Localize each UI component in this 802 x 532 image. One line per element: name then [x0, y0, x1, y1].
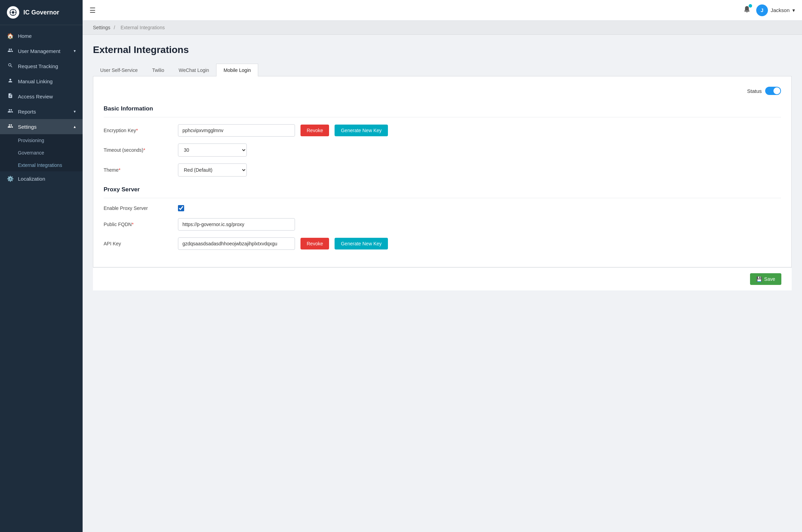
save-icon: 💾	[756, 276, 762, 282]
proxy-server-section: Proxy Server Enable Proxy Server Public …	[104, 186, 781, 250]
sidebar-item-governance[interactable]: Governance	[0, 147, 83, 159]
topbar-icons: J Jackson ▾	[743, 4, 795, 16]
avatar: J	[756, 4, 768, 16]
user-dropdown-arrow: ▾	[792, 7, 795, 13]
generate-encryption-key-button[interactable]: Generate New Key	[335, 125, 388, 136]
sidebar-item-user-management[interactable]: User Management ▾	[0, 43, 83, 58]
chevron-up-icon: ▴	[74, 124, 76, 129]
save-button[interactable]: 💾 Save	[750, 273, 781, 285]
user-name: Jackson	[771, 7, 790, 13]
api-key-row: API Key Revoke Generate New Key	[104, 237, 781, 250]
card: Status Basic Information Encryption Key*…	[93, 76, 792, 267]
required-marker-timeout: *	[143, 147, 145, 153]
required-marker-theme: *	[119, 167, 120, 173]
sidebar-item-home[interactable]: 🏠 Home	[0, 29, 83, 43]
sidebar-item-user-management-label: User Management	[18, 48, 60, 54]
save-label: Save	[764, 276, 775, 282]
localization-icon: ⚙️	[7, 175, 14, 182]
app-name: IC Governor	[23, 9, 59, 16]
page-title: External Integrations	[93, 44, 792, 55]
tab-user-self-service[interactable]: User Self-Service	[93, 64, 145, 76]
timeout-label: Timeout (seconds)*	[104, 147, 172, 153]
api-key-input[interactable]	[178, 237, 295, 250]
tab-wechat-login[interactable]: WeChat Login	[171, 64, 216, 76]
timeout-row: Timeout (seconds)* 30 60 120 300	[104, 143, 781, 157]
status-label: Status	[747, 88, 762, 94]
chevron-down-icon: ▾	[74, 49, 76, 53]
content-area: Settings / External Integrations Externa…	[83, 21, 802, 532]
enable-proxy-label: Enable Proxy Server	[104, 205, 172, 211]
enable-proxy-checkbox[interactable]	[178, 205, 184, 211]
request-tracking-icon	[7, 63, 14, 70]
timeout-select[interactable]: 30 60 120 300	[178, 143, 247, 157]
chevron-down-icon-reports: ▾	[74, 109, 76, 114]
status-toggle[interactable]	[765, 87, 781, 95]
encryption-key-row: Encryption Key* Revoke Generate New Key	[104, 124, 781, 137]
sidebar-item-provisioning[interactable]: Provisioning	[0, 134, 83, 147]
sidebar-item-external-integrations-label: External Integrations	[18, 162, 62, 168]
manual-linking-icon	[7, 78, 14, 85]
content-inner: External Integrations User Self-Service …	[83, 35, 802, 300]
card-header: Status	[104, 87, 781, 98]
generate-api-key-button[interactable]: Generate New Key	[335, 238, 388, 249]
user-menu[interactable]: J Jackson ▾	[756, 4, 795, 16]
tab-twilio[interactable]: Twilio	[145, 64, 171, 76]
sidebar-item-governance-label: Governance	[18, 150, 44, 156]
sidebar-item-localization[interactable]: ⚙️ Localization	[0, 171, 83, 186]
theme-select[interactable]: Red (Default) Blue Green Dark	[178, 163, 247, 177]
sidebar-item-home-label: Home	[18, 33, 32, 39]
breadcrumb-current: External Integrations	[120, 25, 165, 30]
theme-row: Theme* Red (Default) Blue Green Dark	[104, 163, 781, 177]
encryption-key-label: Encryption Key*	[104, 128, 172, 133]
reports-icon	[7, 108, 14, 115]
sidebar-item-request-tracking[interactable]: Request Tracking	[0, 58, 83, 74]
proxy-server-title: Proxy Server	[104, 186, 781, 198]
sidebar-logo: IC Governor	[0, 0, 83, 25]
revoke-api-key-button[interactable]: Revoke	[300, 238, 329, 249]
svg-point-1	[12, 11, 14, 13]
tab-mobile-login[interactable]: Mobile Login	[216, 64, 258, 76]
app-logo-icon	[7, 6, 19, 19]
hamburger-button[interactable]: ☰	[89, 6, 96, 14]
required-marker-fqdn: *	[132, 222, 134, 227]
sidebar-item-request-tracking-label: Request Tracking	[18, 63, 58, 69]
home-icon: 🏠	[7, 33, 14, 39]
sidebar-item-manual-linking-label: Manual Linking	[18, 78, 53, 84]
api-key-label: API Key	[104, 241, 172, 246]
sidebar-item-reports[interactable]: Reports ▾	[0, 104, 83, 119]
public-fqdn-label: Public FQDN*	[104, 222, 172, 227]
public-fqdn-input[interactable]	[178, 218, 295, 231]
notification-badge	[749, 4, 752, 8]
tabs: User Self-Service Twilio WeChat Login Mo…	[93, 64, 792, 76]
enable-proxy-row: Enable Proxy Server	[104, 205, 781, 211]
enable-proxy-checkbox-wrap	[178, 205, 184, 211]
sidebar-item-access-review[interactable]: Access Review	[0, 89, 83, 104]
basic-information-title: Basic Information	[104, 105, 781, 117]
revoke-encryption-key-button[interactable]: Revoke	[300, 125, 329, 136]
settings-submenu: Provisioning Governance External Integra…	[0, 134, 83, 171]
sidebar-item-provisioning-label: Provisioning	[18, 138, 44, 143]
access-review-icon	[7, 93, 14, 100]
sidebar-item-access-review-label: Access Review	[18, 94, 53, 99]
settings-icon	[7, 123, 14, 130]
sidebar-item-reports-label: Reports	[18, 109, 36, 115]
basic-information-section: Basic Information Encryption Key* Revoke…	[104, 105, 781, 177]
sidebar-item-external-integrations[interactable]: External Integrations	[0, 159, 83, 171]
breadcrumb-parent[interactable]: Settings	[93, 25, 110, 30]
public-fqdn-row: Public FQDN*	[104, 218, 781, 231]
sidebar-item-manual-linking[interactable]: Manual Linking	[0, 74, 83, 89]
theme-label: Theme*	[104, 167, 172, 173]
sidebar-item-settings-label: Settings	[18, 124, 36, 130]
user-management-icon	[7, 47, 14, 54]
notification-button[interactable]	[743, 6, 751, 15]
topbar: ☰ J Jackson ▾	[83, 0, 802, 21]
breadcrumb-separator: /	[114, 25, 115, 30]
required-marker: *	[136, 128, 138, 133]
sidebar-item-settings[interactable]: Settings ▴	[0, 119, 83, 134]
sidebar-item-localization-label: Localization	[18, 176, 45, 182]
main: ☰ J Jackson ▾ Settings / External Integr…	[83, 0, 802, 532]
card-footer: 💾 Save	[93, 267, 792, 290]
sidebar-nav: 🏠 Home User Management ▾ Request Trackin…	[0, 25, 83, 532]
encryption-key-input[interactable]	[178, 124, 295, 137]
sidebar: IC Governor 🏠 Home User Management ▾ Req…	[0, 0, 83, 532]
